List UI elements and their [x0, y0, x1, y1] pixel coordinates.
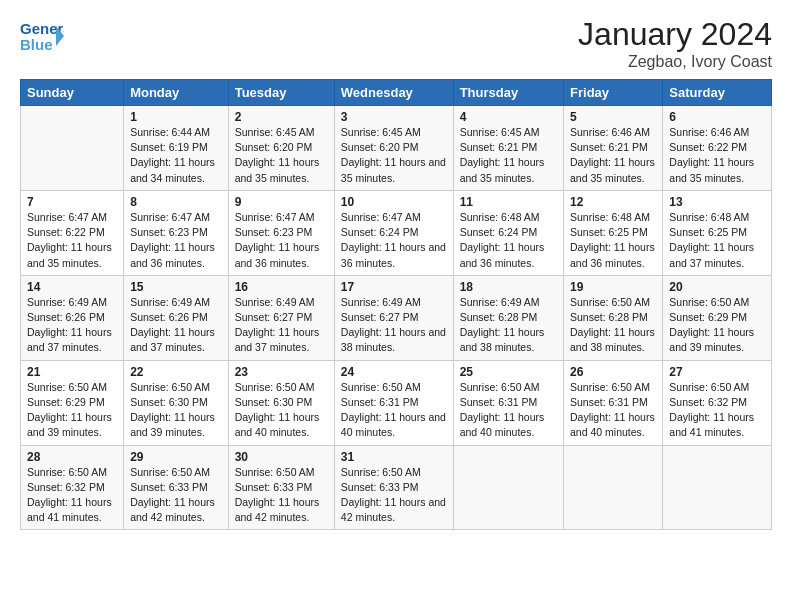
day-number: 9: [235, 195, 328, 209]
day-info: Sunrise: 6:48 AM Sunset: 6:25 PM Dayligh…: [570, 210, 656, 271]
sunset: Sunset: 6:30 PM: [130, 396, 208, 408]
col-wednesday: Wednesday: [334, 80, 453, 106]
header-row: Sunday Monday Tuesday Wednesday Thursday…: [21, 80, 772, 106]
title-block: January 2024 Zegbao, Ivory Coast: [578, 16, 772, 71]
month-title: January 2024: [578, 16, 772, 53]
day-info: Sunrise: 6:49 AM Sunset: 6:27 PM Dayligh…: [341, 295, 447, 356]
day-number: 2: [235, 110, 328, 124]
daylight: Daylight: 11 hours and 35 minutes.: [570, 156, 655, 183]
sunset: Sunset: 6:21 PM: [460, 141, 538, 153]
sunset: Sunset: 6:31 PM: [460, 396, 538, 408]
day-info: Sunrise: 6:50 AM Sunset: 6:32 PM Dayligh…: [669, 380, 765, 441]
daylight: Daylight: 11 hours and 36 minutes.: [570, 241, 655, 268]
sunrise: Sunrise: 6:49 AM: [130, 296, 210, 308]
daylight: Daylight: 11 hours and 37 minutes.: [235, 326, 320, 353]
sunset: Sunset: 6:22 PM: [27, 226, 105, 238]
calendar-cell: 29 Sunrise: 6:50 AM Sunset: 6:33 PM Dayl…: [124, 445, 229, 530]
day-number: 12: [570, 195, 656, 209]
calendar-cell: 22 Sunrise: 6:50 AM Sunset: 6:30 PM Dayl…: [124, 360, 229, 445]
logo-icon: General Blue: [20, 16, 64, 56]
day-number: 16: [235, 280, 328, 294]
day-info: Sunrise: 6:49 AM Sunset: 6:26 PM Dayligh…: [27, 295, 117, 356]
daylight: Daylight: 11 hours and 42 minutes.: [341, 496, 446, 523]
sunrise: Sunrise: 6:45 AM: [235, 126, 315, 138]
day-number: 22: [130, 365, 222, 379]
daylight: Daylight: 11 hours and 36 minutes.: [235, 241, 320, 268]
sunrise: Sunrise: 6:48 AM: [460, 211, 540, 223]
sunset: Sunset: 6:26 PM: [27, 311, 105, 323]
sunrise: Sunrise: 6:50 AM: [235, 381, 315, 393]
day-number: 7: [27, 195, 117, 209]
day-info: Sunrise: 6:50 AM Sunset: 6:33 PM Dayligh…: [130, 465, 222, 526]
day-number: 14: [27, 280, 117, 294]
calendar-cell: [663, 445, 772, 530]
calendar-cell: 4 Sunrise: 6:45 AM Sunset: 6:21 PM Dayli…: [453, 106, 563, 191]
sunrise: Sunrise: 6:47 AM: [130, 211, 210, 223]
sunset: Sunset: 6:31 PM: [570, 396, 648, 408]
sunset: Sunset: 6:27 PM: [341, 311, 419, 323]
day-number: 5: [570, 110, 656, 124]
calendar-cell: 5 Sunrise: 6:46 AM Sunset: 6:21 PM Dayli…: [564, 106, 663, 191]
sunrise: Sunrise: 6:50 AM: [235, 466, 315, 478]
sunrise: Sunrise: 6:45 AM: [341, 126, 421, 138]
day-number: 25: [460, 365, 557, 379]
day-info: Sunrise: 6:50 AM Sunset: 6:29 PM Dayligh…: [27, 380, 117, 441]
daylight: Daylight: 11 hours and 40 minutes.: [341, 411, 446, 438]
day-number: 8: [130, 195, 222, 209]
day-number: 21: [27, 365, 117, 379]
daylight: Daylight: 11 hours and 36 minutes.: [460, 241, 545, 268]
sunset: Sunset: 6:23 PM: [130, 226, 208, 238]
calendar-cell: 14 Sunrise: 6:49 AM Sunset: 6:26 PM Dayl…: [21, 275, 124, 360]
day-info: Sunrise: 6:44 AM Sunset: 6:19 PM Dayligh…: [130, 125, 222, 186]
calendar-cell: 21 Sunrise: 6:50 AM Sunset: 6:29 PM Dayl…: [21, 360, 124, 445]
daylight: Daylight: 11 hours and 35 minutes.: [341, 156, 446, 183]
daylight: Daylight: 11 hours and 35 minutes.: [27, 241, 112, 268]
sunset: Sunset: 6:25 PM: [570, 226, 648, 238]
day-number: 28: [27, 450, 117, 464]
sunrise: Sunrise: 6:50 AM: [460, 381, 540, 393]
sunrise: Sunrise: 6:47 AM: [341, 211, 421, 223]
daylight: Daylight: 11 hours and 40 minutes.: [570, 411, 655, 438]
sunrise: Sunrise: 6:44 AM: [130, 126, 210, 138]
day-info: Sunrise: 6:45 AM Sunset: 6:21 PM Dayligh…: [460, 125, 557, 186]
day-number: 10: [341, 195, 447, 209]
sunset: Sunset: 6:28 PM: [570, 311, 648, 323]
day-number: 24: [341, 365, 447, 379]
daylight: Daylight: 11 hours and 42 minutes.: [235, 496, 320, 523]
day-number: 26: [570, 365, 656, 379]
calendar-cell: 26 Sunrise: 6:50 AM Sunset: 6:31 PM Dayl…: [564, 360, 663, 445]
sunrise: Sunrise: 6:45 AM: [460, 126, 540, 138]
sunset: Sunset: 6:33 PM: [341, 481, 419, 493]
day-number: 29: [130, 450, 222, 464]
sunset: Sunset: 6:24 PM: [341, 226, 419, 238]
daylight: Daylight: 11 hours and 35 minutes.: [669, 156, 754, 183]
day-info: Sunrise: 6:46 AM Sunset: 6:22 PM Dayligh…: [669, 125, 765, 186]
day-info: Sunrise: 6:50 AM Sunset: 6:29 PM Dayligh…: [669, 295, 765, 356]
calendar-cell: 11 Sunrise: 6:48 AM Sunset: 6:24 PM Dayl…: [453, 190, 563, 275]
day-number: 4: [460, 110, 557, 124]
day-number: 13: [669, 195, 765, 209]
daylight: Daylight: 11 hours and 37 minutes.: [669, 241, 754, 268]
sunrise: Sunrise: 6:48 AM: [570, 211, 650, 223]
calendar-cell: 16 Sunrise: 6:49 AM Sunset: 6:27 PM Dayl…: [228, 275, 334, 360]
day-info: Sunrise: 6:50 AM Sunset: 6:33 PM Dayligh…: [235, 465, 328, 526]
sunrise: Sunrise: 6:49 AM: [235, 296, 315, 308]
logo: General Blue: [20, 16, 64, 56]
sunrise: Sunrise: 6:48 AM: [669, 211, 749, 223]
day-info: Sunrise: 6:45 AM Sunset: 6:20 PM Dayligh…: [341, 125, 447, 186]
day-info: Sunrise: 6:50 AM Sunset: 6:33 PM Dayligh…: [341, 465, 447, 526]
sunrise: Sunrise: 6:50 AM: [341, 381, 421, 393]
calendar-cell: 13 Sunrise: 6:48 AM Sunset: 6:25 PM Dayl…: [663, 190, 772, 275]
sunrise: Sunrise: 6:49 AM: [27, 296, 107, 308]
sunset: Sunset: 6:33 PM: [130, 481, 208, 493]
sunset: Sunset: 6:33 PM: [235, 481, 313, 493]
location-title: Zegbao, Ivory Coast: [578, 53, 772, 71]
daylight: Daylight: 11 hours and 36 minutes.: [341, 241, 446, 268]
week-row-4: 28 Sunrise: 6:50 AM Sunset: 6:32 PM Dayl…: [21, 445, 772, 530]
day-number: 30: [235, 450, 328, 464]
day-info: Sunrise: 6:50 AM Sunset: 6:30 PM Dayligh…: [235, 380, 328, 441]
calendar-cell: 28 Sunrise: 6:50 AM Sunset: 6:32 PM Dayl…: [21, 445, 124, 530]
sunset: Sunset: 6:29 PM: [669, 311, 747, 323]
calendar-cell: [453, 445, 563, 530]
sunrise: Sunrise: 6:49 AM: [460, 296, 540, 308]
